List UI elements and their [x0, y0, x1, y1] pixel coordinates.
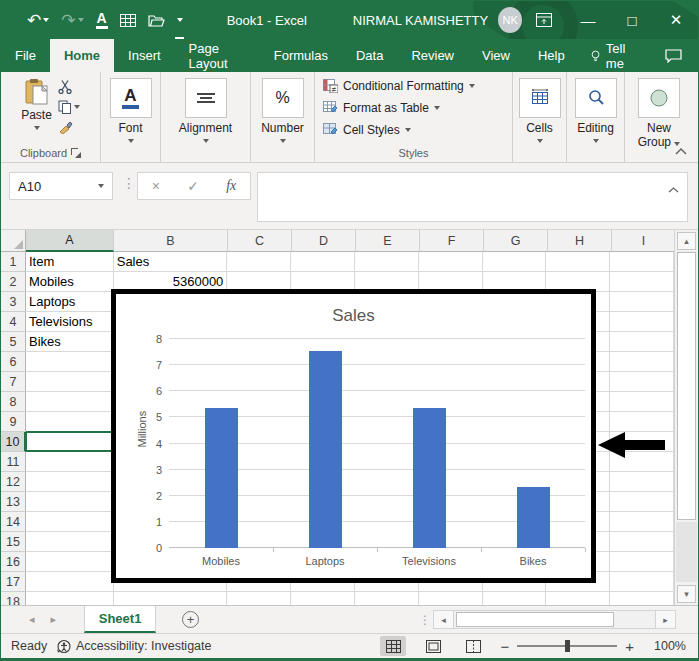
- tab-view[interactable]: View: [468, 39, 524, 72]
- cell-A5[interactable]: Bikes: [26, 332, 114, 352]
- row-header-8[interactable]: 8: [1, 392, 26, 412]
- scroll-right-arrow[interactable]: ▸: [655, 611, 675, 628]
- row-header-9[interactable]: 9: [1, 412, 26, 432]
- cell-A8[interactable]: [26, 392, 114, 412]
- page-break-preview-button[interactable]: [460, 636, 486, 656]
- column-header-B[interactable]: B: [114, 230, 228, 252]
- tab-scroll-divider[interactable]: ⋮: [419, 613, 431, 627]
- cell-I12[interactable]: [610, 472, 674, 492]
- cell-F1[interactable]: [419, 252, 483, 272]
- cell-H1[interactable]: [546, 252, 610, 272]
- copy-button[interactable]: [58, 100, 80, 114]
- column-header-C[interactable]: C: [228, 230, 292, 252]
- minimize-button[interactable]: —: [566, 1, 610, 39]
- maximize-button[interactable]: □: [610, 1, 654, 39]
- cell-A10[interactable]: [26, 432, 114, 452]
- cell-I18[interactable]: [610, 592, 674, 605]
- cell-A2[interactable]: Mobiles: [26, 272, 114, 292]
- cell-I15[interactable]: [610, 532, 674, 552]
- cell-I14[interactable]: [610, 512, 674, 532]
- zoom-slider-handle[interactable]: [565, 640, 570, 652]
- name-box[interactable]: A10: [9, 172, 113, 200]
- bar-televisions[interactable]: [413, 408, 446, 548]
- row-header-4[interactable]: 4: [1, 312, 26, 332]
- alignment-menu-button[interactable]: Alignment: [179, 76, 232, 144]
- cell-F18[interactable]: [419, 592, 483, 605]
- vertical-scrollbar[interactable]: ▴ ▾: [674, 230, 698, 605]
- column-header-F[interactable]: F: [420, 230, 484, 252]
- cell-I5[interactable]: [610, 332, 674, 352]
- row-header-14[interactable]: 14: [1, 512, 26, 532]
- insert-function-button[interactable]: fx: [226, 178, 236, 194]
- conditional-formatting-button[interactable]: ≠ Conditional Formatting: [323, 76, 475, 96]
- row-header-10[interactable]: 10: [1, 432, 26, 452]
- scroll-down-arrow[interactable]: ▾: [677, 585, 696, 603]
- cell-C1[interactable]: [227, 252, 291, 272]
- cell-E1[interactable]: [355, 252, 419, 272]
- cell-A9[interactable]: [26, 412, 114, 432]
- column-header-E[interactable]: E: [356, 230, 420, 252]
- row-header-17[interactable]: 17: [1, 572, 26, 592]
- row-header-11[interactable]: 11: [1, 452, 26, 472]
- cut-button[interactable]: [58, 80, 80, 94]
- row-header-5[interactable]: 5: [1, 332, 26, 352]
- row-header-2[interactable]: 2: [1, 272, 26, 292]
- cell-I2[interactable]: [610, 272, 674, 292]
- row-header-18[interactable]: 18: [1, 592, 26, 605]
- cancel-entry-button[interactable]: ×: [152, 178, 160, 194]
- row-header-1[interactable]: 1: [1, 252, 26, 272]
- prev-sheet-arrow[interactable]: ◂: [29, 613, 35, 626]
- cell-B18[interactable]: [114, 592, 228, 605]
- editing-menu-button[interactable]: Editing: [575, 76, 617, 144]
- vertical-scroll-thumb[interactable]: [677, 252, 696, 520]
- ribbon-display-options-button[interactable]: [522, 1, 566, 39]
- cell-A18[interactable]: [26, 592, 114, 605]
- clipboard-dialog-launcher[interactable]: [71, 148, 81, 158]
- number-menu-button[interactable]: % Number: [261, 76, 304, 144]
- column-header-I[interactable]: I: [612, 230, 676, 252]
- tab-help[interactable]: Help: [524, 39, 579, 72]
- cell-A16[interactable]: [26, 552, 114, 572]
- zoom-out-button[interactable]: −: [500, 639, 509, 654]
- cell-I6[interactable]: [610, 352, 674, 372]
- cell-A6[interactable]: [26, 352, 114, 372]
- cell-I1[interactable]: [610, 252, 674, 272]
- paste-button[interactable]: Paste: [21, 76, 52, 144]
- customize-qat-button[interactable]: [177, 18, 183, 22]
- cell-A14[interactable]: [26, 512, 114, 532]
- account-name[interactable]: NIRMAL KAMISHETTY: [353, 13, 488, 28]
- column-header-H[interactable]: H: [548, 230, 612, 252]
- borders-icon[interactable]: [120, 14, 136, 27]
- select-all-corner[interactable]: [1, 230, 26, 252]
- comments-button[interactable]: [649, 39, 698, 72]
- formula-input[interactable]: [257, 172, 688, 222]
- font-color-button[interactable]: A: [96, 11, 108, 29]
- cell-C18[interactable]: [227, 592, 291, 605]
- row-header-6[interactable]: 6: [1, 352, 26, 372]
- scroll-left-arrow[interactable]: ◂: [434, 611, 454, 628]
- cell-A4[interactable]: Televisions: [26, 312, 114, 332]
- tab-home[interactable]: Home: [50, 39, 114, 72]
- row-header-3[interactable]: 3: [1, 292, 26, 312]
- sheet-tab-sheet1[interactable]: Sheet1: [84, 606, 156, 633]
- cell-I4[interactable]: [610, 312, 674, 332]
- row-header-13[interactable]: 13: [1, 492, 26, 512]
- row-header-15[interactable]: 15: [1, 532, 26, 552]
- sales-chart[interactable]: Sales Millions 012345678MobilesLaptopsTe…: [111, 289, 596, 583]
- cells-menu-button[interactable]: Cells: [519, 76, 561, 144]
- bar-bikes[interactable]: [517, 487, 550, 548]
- cell-D1[interactable]: [291, 252, 355, 272]
- horizontal-scrollbar[interactable]: ◂ ▸: [433, 610, 676, 629]
- redo-button[interactable]: ↷: [61, 12, 83, 29]
- undo-button[interactable]: ↶: [27, 12, 49, 29]
- new-group-button[interactable]: NewGroup: [638, 76, 681, 150]
- tab-page-layout[interactable]: Page Layout: [175, 39, 260, 72]
- tab-review[interactable]: Review: [397, 39, 468, 72]
- cell-A12[interactable]: [26, 472, 114, 492]
- cell-A1[interactable]: Item: [26, 252, 114, 272]
- cell-I3[interactable]: [610, 292, 674, 312]
- cell-I8[interactable]: [610, 392, 674, 412]
- zoom-slider[interactable]: [517, 645, 617, 647]
- cell-D18[interactable]: [291, 592, 355, 605]
- tell-me-box[interactable]: Tell me: [579, 39, 649, 72]
